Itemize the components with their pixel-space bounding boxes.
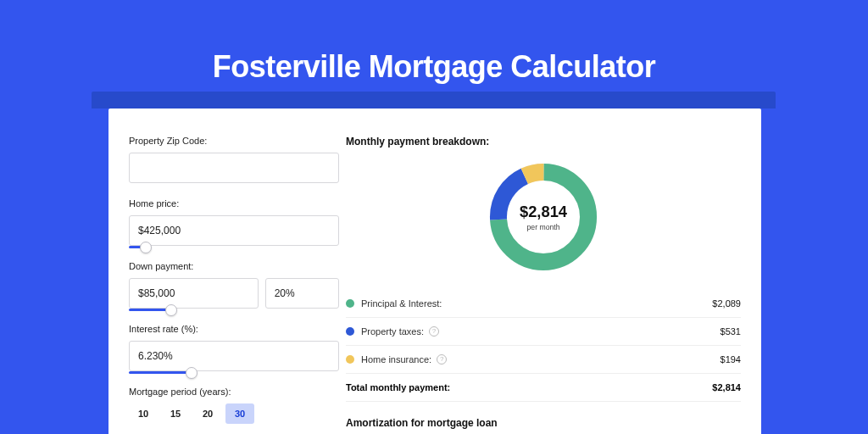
legend-row-principal: Principal & Interest: $2,089 — [346, 290, 741, 318]
breakdown-column: Monthly payment breakdown: $2,814 per mo… — [346, 108, 761, 434]
legend-label-taxes: Property taxes: — [361, 326, 424, 337]
legend-row-insurance: Home insurance: ? $194 — [346, 346, 741, 374]
zip-field: Property Zip Code: — [129, 136, 339, 183]
help-icon[interactable]: ? — [429, 326, 439, 337]
breakdown-heading: Monthly payment breakdown: — [346, 136, 741, 147]
period-option-15[interactable]: 15 — [161, 403, 190, 424]
interest-rate-slider-track[interactable] — [129, 371, 192, 374]
interest-rate-label: Interest rate (%): — [129, 324, 339, 334]
down-payment-field: Down payment: — [129, 261, 339, 309]
legend-value-principal: $2,089 — [712, 298, 741, 309]
legend-label-insurance: Home insurance: — [361, 354, 431, 364]
legend-label-principal: Principal & Interest: — [361, 298, 442, 309]
home-price-input[interactable] — [129, 215, 339, 246]
legend-dot-taxes — [346, 327, 354, 336]
donut-chart: $2,814 per month — [484, 158, 603, 276]
home-price-label: Home price: — [129, 198, 339, 209]
down-payment-label: Down payment: — [129, 261, 339, 271]
donut-center-value: $2,814 — [520, 203, 568, 220]
period-option-20[interactable]: 20 — [193, 403, 222, 424]
amortization-heading: Amortization for mortgage loan — [346, 417, 741, 429]
donut-center-sub: per month — [527, 223, 560, 231]
mortgage-period-label: Mortgage period (years): — [129, 387, 339, 397]
page-title: Fosterville Mortgage Calculator — [0, 0, 868, 85]
zip-label: Property Zip Code: — [129, 136, 339, 146]
app-background: Fosterville Mortgage Calculator Property… — [0, 0, 868, 434]
mortgage-period-options: 10 15 20 30 — [129, 403, 339, 424]
legend-row-taxes: Property taxes: ? $531 — [346, 318, 741, 346]
card-accent — [92, 92, 776, 108]
period-option-30[interactable]: 30 — [225, 403, 254, 424]
legend-value-total: $2,814 — [712, 382, 741, 392]
interest-rate-slider-thumb[interactable] — [186, 367, 198, 379]
zip-input[interactable] — [129, 153, 339, 183]
down-payment-pct-input[interactable] — [265, 278, 339, 309]
legend-dot-principal — [346, 299, 354, 308]
home-price-slider-thumb[interactable] — [140, 242, 152, 253]
legend-value-taxes: $531 — [721, 326, 741, 337]
interest-rate-input[interactable] — [129, 341, 339, 371]
down-payment-amount-input[interactable] — [129, 278, 259, 309]
donut-chart-wrap: $2,814 per month — [346, 151, 741, 290]
home-price-field: Home price: — [129, 198, 339, 246]
legend-dot-insurance — [346, 355, 354, 364]
legend-row-total: Total monthly payment: $2,814 — [346, 374, 741, 402]
legend-value-insurance: $194 — [721, 354, 741, 364]
down-payment-slider-thumb[interactable] — [165, 304, 177, 316]
form-column: Property Zip Code: Home price: Down paym… — [108, 108, 346, 434]
interest-rate-field: Interest rate (%): — [129, 324, 339, 371]
help-icon[interactable]: ? — [437, 354, 447, 364]
period-option-10[interactable]: 10 — [129, 403, 158, 424]
calculator-card: Property Zip Code: Home price: Down paym… — [108, 108, 761, 434]
mortgage-period-field: Mortgage period (years): 10 15 20 30 — [129, 387, 339, 424]
legend-label-total: Total monthly payment: — [346, 382, 450, 392]
